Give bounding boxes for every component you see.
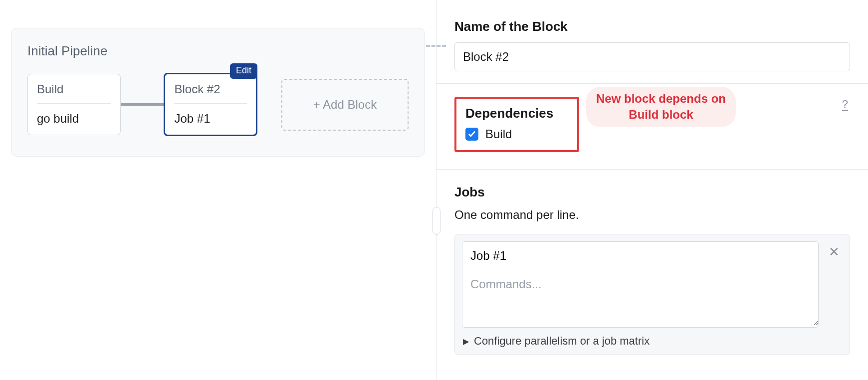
pipeline-canvas: Initial Pipeline Build go build Edit Blo… [0,0,436,380]
block-job: go build [37,112,111,126]
pipeline-title: Initial Pipeline [27,43,409,59]
help-icon[interactable]: ? [842,98,848,111]
dependencies-section: ? Dependencies Build New block depends o… [436,84,868,170]
configure-parallelism-toggle[interactable]: ▶ Configure parallelism or a job matrix [462,335,819,348]
jobs-container: ▶ Configure parallelism or a job matrix … [454,234,850,355]
job-name-input[interactable] [462,242,818,270]
annotation-callout: New block depends on Build block [586,87,736,127]
block-connector [121,103,164,106]
pipeline-card: Initial Pipeline Build go build Edit Blo… [11,28,425,157]
block-job: Job #1 [174,112,246,126]
remove-job-button[interactable]: ✕ [826,243,843,260]
parallelism-label: Configure parallelism or a job matrix [474,335,650,348]
dependency-checkbox-checked[interactable] [465,128,478,141]
name-section: Name of the Block [436,10,868,84]
jobs-heading: Jobs [454,185,850,200]
jobs-subtext: One command per line. [454,208,850,222]
block-name-input[interactable] [454,42,850,71]
dependencies-heading: Dependencies [465,106,568,121]
pipeline-block-build[interactable]: Build go build [27,74,121,135]
blocks-row: Build go build Edit Block #2 Job #1 + Ad… [27,73,409,136]
edit-badge[interactable]: Edit [230,63,257,79]
job-commands-textarea[interactable] [462,270,818,325]
jobs-section: Jobs One command per line. ▶ Configure p… [436,170,868,355]
block-editor-panel: Name of the Block ? Dependencies Build N… [436,0,868,380]
dependency-row[interactable]: Build [465,127,568,141]
add-block-button[interactable]: + Add Block [281,79,409,131]
close-icon: ✕ [829,244,840,260]
dependency-label: Build [485,127,512,141]
triangle-right-icon: ▶ [463,337,469,346]
pipeline-block-block2[interactable]: Edit Block #2 Job #1 [164,73,257,136]
panel-resize-handle[interactable] [433,207,440,235]
block-name: Build [37,82,111,104]
job-card [462,241,819,328]
add-block-label: + Add Block [313,98,377,112]
check-icon [467,130,476,139]
name-heading: Name of the Block [454,19,850,34]
block-name: Block #2 [174,82,246,104]
dependencies-highlighted-frame: Dependencies Build [454,97,579,152]
